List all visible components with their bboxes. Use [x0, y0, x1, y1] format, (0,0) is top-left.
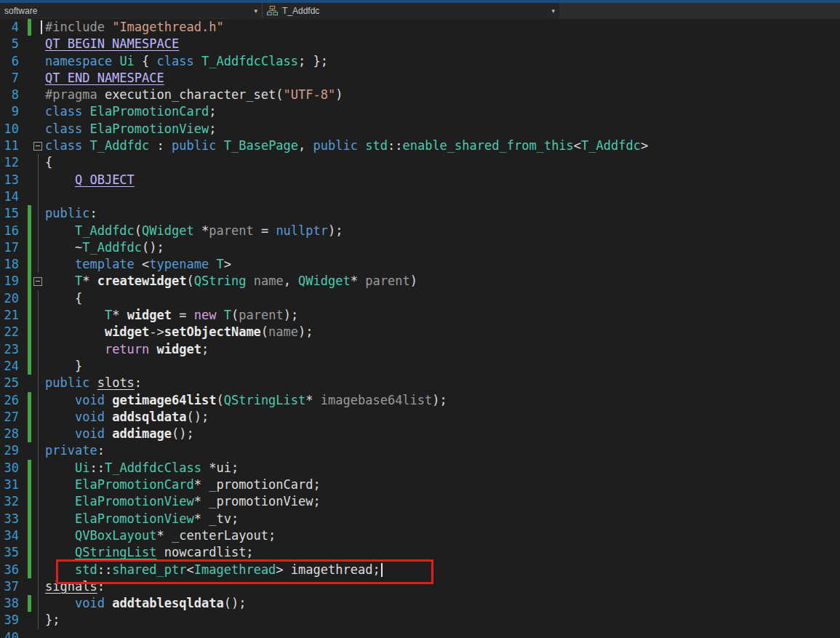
line-number: 24: [0, 358, 22, 375]
outline-margin: [31, 137, 45, 154]
code-text: void addsqldata();: [45, 409, 840, 426]
code-line[interactable]: 10class ElaPromotionView;: [0, 121, 840, 137]
code-line[interactable]: 38 void addtablesqldata();: [0, 595, 840, 612]
code-line[interactable]: 4#include "Imagethread.h": [0, 19, 840, 36]
code-line[interactable]: 22 widget->setObjectName(name);: [0, 324, 840, 340]
editor[interactable]: 4#include "Imagethread.h"5QT_BEGIN_NAMES…: [0, 19, 840, 638]
code-text: return widget;: [45, 341, 840, 358]
collapse-minus-box[interactable]: [33, 277, 42, 286]
outline-margin: [31, 223, 45, 239]
line-number: 38: [0, 595, 22, 612]
change-bar: [22, 239, 31, 256]
line-number: 33: [0, 511, 22, 527]
code-line[interactable]: 15public:: [0, 205, 840, 222]
line-number: 31: [0, 476, 22, 493]
code-line[interactable]: 34 QVBoxLayout* _centerLayout;: [0, 527, 840, 544]
line-number: 39: [0, 612, 22, 629]
change-bar: [22, 256, 31, 273]
code-text: namespace Ui { class T_AddfdcClass; };: [45, 53, 840, 70]
line-number: 40: [0, 629, 22, 638]
line-number: 9: [0, 103, 22, 120]
line-number: 21: [0, 307, 22, 324]
code-lines: 4#include "Imagethread.h"5QT_BEGIN_NAMES…: [0, 19, 840, 638]
line-number: 28: [0, 426, 22, 442]
line-number: 30: [0, 460, 22, 476]
code-text: ElaPromotionView* _tv;: [45, 511, 840, 527]
outline-margin: [31, 36, 45, 52]
code-line[interactable]: 23 return widget;: [0, 341, 840, 358]
code-line[interactable]: 21 T* widget = new T(parent);: [0, 307, 840, 324]
line-number: 15: [0, 205, 22, 222]
code-line[interactable]: 32 ElaPromotionView* _promotionView;: [0, 493, 840, 510]
code-line[interactable]: 18 template <typename T>: [0, 256, 840, 273]
code-text: #include "Imagethread.h": [45, 19, 840, 36]
line-number: 11: [0, 137, 22, 154]
code-line[interactable]: 7QT_END_NAMESPACE: [0, 70, 840, 87]
code-text: [45, 629, 840, 638]
code-text: template <typename T>: [45, 256, 840, 273]
code-line[interactable]: 29private:: [0, 442, 840, 459]
code-line[interactable]: 39};: [0, 612, 840, 629]
collapse-minus-box[interactable]: [33, 142, 42, 151]
code-text: ElaPromotionCard* _promotionCard;: [45, 476, 840, 493]
code-text: private:: [45, 442, 840, 459]
code-line[interactable]: 20 {: [0, 290, 840, 307]
code-text: public:: [45, 205, 840, 222]
outline-margin: [31, 188, 45, 205]
change-bar: [22, 19, 31, 36]
vs-editor-window: software ▾ T_Addfdc ▾ 4#include "Imageth…: [0, 0, 840, 638]
change-bar: [22, 223, 31, 239]
code-line[interactable]: 13 Q_OBJECT: [0, 172, 840, 188]
change-bar: [22, 629, 31, 638]
code-line[interactable]: 28 void addimage();: [0, 426, 840, 442]
code-text: class T_Addfdc : public T_BasePage, publ…: [45, 137, 840, 154]
text-cursor: [381, 563, 383, 577]
change-bar: [22, 595, 31, 612]
type-dropdown[interactable]: T_Addfdc ▾: [262, 3, 559, 18]
code-line[interactable]: 9class ElaPromotionCard;: [0, 103, 840, 120]
outline-margin: [31, 476, 45, 493]
code-text: public slots:: [45, 375, 840, 391]
line-number: 4: [0, 19, 22, 36]
code-line[interactable]: 11class T_Addfdc : public T_BasePage, pu…: [0, 137, 840, 154]
code-line[interactable]: 12{: [0, 154, 840, 171]
line-number: 12: [0, 154, 22, 171]
code-line[interactable]: 6namespace Ui { class T_AddfdcClass; };: [0, 53, 840, 70]
code-text: QStringList nowcardlist;: [45, 544, 840, 561]
change-bar: [22, 511, 31, 527]
change-bar: [22, 70, 31, 87]
code-line[interactable]: 35 QStringList nowcardlist;: [0, 544, 840, 561]
code-line[interactable]: 16 T_Addfdc(QWidget *parent = nullptr);: [0, 223, 840, 239]
change-bar: [22, 527, 31, 544]
code-line[interactable]: 26 void getimage64list(QStringList* imag…: [0, 392, 840, 409]
code-text: void addimage();: [45, 426, 840, 442]
outline-margin: [31, 375, 45, 391]
line-number: 26: [0, 392, 22, 409]
code-line[interactable]: 36 std::shared_ptr<Imagethread> imagethr…: [0, 562, 840, 578]
line-number: 18: [0, 256, 22, 273]
line-number: 23: [0, 341, 22, 358]
change-bar: [22, 205, 31, 222]
outline-margin: [31, 392, 45, 409]
code-line[interactable]: 5QT_BEGIN_NAMESPACE: [0, 36, 840, 52]
code-text: ~T_Addfdc();: [45, 239, 840, 256]
code-line[interactable]: 27 void addsqldata();: [0, 409, 840, 426]
code-line[interactable]: 33 ElaPromotionView* _tv;: [0, 511, 840, 527]
line-number: 14: [0, 188, 22, 205]
code-line[interactable]: 14: [0, 188, 840, 205]
code-text: void addtablesqldata();: [45, 595, 840, 612]
code-line[interactable]: 37signals:: [0, 578, 840, 595]
line-number: 22: [0, 324, 22, 340]
project-dropdown[interactable]: software ▾: [0, 3, 262, 18]
code-line[interactable]: 17 ~T_Addfdc();: [0, 239, 840, 256]
code-line[interactable]: 8#pragma execution_character_set("UTF-8"…: [0, 87, 840, 103]
code-line[interactable]: 19 T* createwidget(QString name, QWidget…: [0, 273, 840, 290]
code-line[interactable]: 30 Ui::T_AddfdcClass *ui;: [0, 460, 840, 476]
outline-margin: [31, 70, 45, 87]
code-line[interactable]: 25public slots:: [0, 375, 840, 391]
line-number: 35: [0, 544, 22, 561]
change-bar: [22, 137, 31, 154]
code-line[interactable]: 31 ElaPromotionCard* _promotionCard;: [0, 476, 840, 493]
code-line[interactable]: 24 }: [0, 358, 840, 375]
code-line[interactable]: 40: [0, 629, 840, 638]
